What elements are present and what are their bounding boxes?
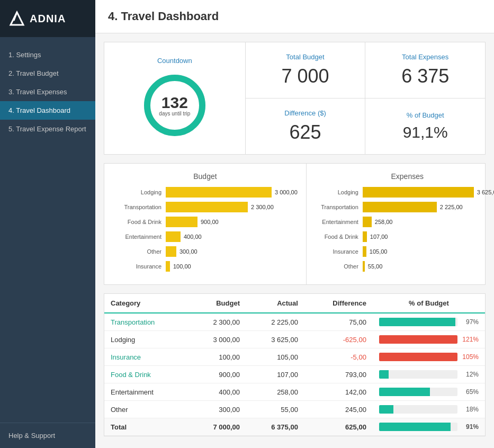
table-row: Lodging 3 000,00 3 625,00 -625,00 121% — [104, 331, 485, 348]
total-expenses-value: 6 375 — [401, 65, 449, 87]
cell-budget: 400,00 — [188, 383, 246, 401]
cell-actual: 55,00 — [246, 401, 304, 418]
data-table: Category Budget Actual Difference % of B… — [104, 294, 485, 436]
budget-chart: Budget Lodging 3 000,00 Transportation — [104, 164, 307, 284]
help-support-link[interactable]: Help & Support — [0, 423, 95, 448]
cell-budget: 900,00 — [188, 366, 246, 383]
countdown-label: Countdown — [157, 57, 192, 65]
cell-difference: 793,00 — [304, 366, 373, 383]
cell-actual-total: 6 375,00 — [246, 418, 304, 436]
cell-pct: 65% — [373, 383, 485, 401]
cell-difference: 75,00 — [304, 313, 373, 331]
kpi-row: Countdown 132 days until trip Total Budg… — [104, 42, 486, 155]
cell-category: Transportation — [104, 313, 188, 331]
pct-budget-label: % of Budget — [407, 111, 444, 119]
logo: ADNIA — [0, 0, 95, 37]
table-row: Insurance 100,00 105,00 -5,00 105% — [104, 348, 485, 366]
table-row: Food & Drink 900,00 107,00 793,00 12% — [104, 366, 485, 383]
col-pct-budget: % of Budget — [373, 294, 485, 313]
cell-difference: -5,00 — [304, 348, 373, 366]
cell-actual: 105,00 — [246, 348, 304, 366]
col-budget: Budget — [188, 294, 246, 313]
total-expenses-card: Total Expenses 6 375 — [365, 42, 485, 98]
bar-row: Lodging 3 000,00 — [113, 187, 298, 198]
budget-chart-title: Budget — [113, 172, 298, 181]
cell-pct: 105% — [373, 348, 485, 366]
table-body: Transportation 2 300,00 2 225,00 75,00 9… — [104, 313, 485, 436]
total-budget-value: 7 000 — [281, 65, 329, 87]
table-row: Other 300,00 55,00 245,00 18% — [104, 401, 485, 418]
cell-difference-total: 625,00 — [304, 418, 373, 436]
total-budget-label: Total Budget — [286, 53, 324, 61]
bar-row: Other 300,00 — [113, 246, 298, 257]
sidebar-nav: 1. Settings 2. Travel Budget 3. Travel E… — [0, 37, 95, 423]
svg-point-3 — [147, 78, 202, 133]
logo-icon — [8, 10, 25, 27]
bar-row: Insurance 100,00 — [113, 261, 298, 272]
expenses-chart: Expenses Lodging 3 625,00 Transportation — [307, 164, 494, 284]
cell-actual: 2 225,00 — [246, 313, 304, 331]
countdown-card: Countdown 132 days until trip — [104, 42, 246, 154]
content-area: Countdown 132 days until trip Total Budg… — [95, 33, 494, 445]
table-row: Transportation 2 300,00 2 225,00 75,00 9… — [104, 313, 485, 331]
sidebar-item-travel-budget[interactable]: 2. Travel Budget — [0, 64, 95, 83]
bar-row: Transportation 2 300,00 — [113, 202, 298, 212]
expenses-bars: Lodging 3 625,00 Transportation 2 225,00 — [315, 187, 494, 272]
cell-category: Insurance — [104, 348, 188, 366]
sidebar-item-travel-expenses[interactable]: 3. Travel Expenses — [0, 83, 95, 101]
logo-text: ADNIA — [30, 13, 66, 25]
sidebar-item-settings[interactable]: 1. Settings — [0, 46, 95, 64]
pct-budget-value: 91,1% — [403, 123, 448, 141]
countdown-donut: 132 days until trip — [140, 71, 209, 140]
difference-label: Difference ($) — [284, 109, 326, 117]
page-title: 4. Travel Dashboard — [95, 0, 494, 33]
col-category: Category — [104, 294, 188, 313]
cell-actual: 258,00 — [246, 383, 304, 401]
cell-pct: 121% — [373, 331, 485, 348]
col-difference: Difference — [304, 294, 373, 313]
total-budget-card: Total Budget 7 000 — [246, 42, 365, 98]
cell-difference: 245,00 — [304, 401, 373, 418]
cell-pct: 97% — [373, 313, 485, 331]
cell-category: Food & Drink — [104, 366, 188, 383]
cell-difference: 142,00 — [304, 383, 373, 401]
sidebar-item-travel-dashboard[interactable]: 4. Travel Dashboard — [0, 101, 95, 120]
cell-category: Lodging — [104, 331, 188, 348]
table-total-row: Total 7 000,00 6 375,00 625,00 91% — [104, 418, 485, 436]
cell-budget-total: 7 000,00 — [188, 418, 246, 436]
cell-actual: 3 625,00 — [246, 331, 304, 348]
sidebar: ADNIA 1. Settings 2. Travel Budget 3. Tr… — [0, 0, 95, 448]
pct-budget-card: % of Budget 91,1% — [365, 98, 485, 154]
bar-row: Entertainment 400,00 — [113, 231, 298, 242]
cell-category: Entertainment — [104, 383, 188, 401]
cell-budget: 3 000,00 — [188, 331, 246, 348]
cell-budget: 300,00 — [188, 401, 246, 418]
cell-budget: 2 300,00 — [188, 313, 246, 331]
bar-row: Food & Drink 900,00 — [113, 217, 298, 227]
bar-row: Lodging 3 625,00 — [315, 187, 494, 198]
bar-row: Other 55,00 — [315, 261, 494, 272]
cell-pct-total: 91% — [373, 418, 485, 436]
col-actual: Actual — [246, 294, 304, 313]
cell-category: Other — [104, 401, 188, 418]
cell-difference: -625,00 — [304, 331, 373, 348]
budget-table: Category Budget Actual Difference % of B… — [104, 293, 486, 436]
difference-value: 625 — [289, 121, 321, 144]
sidebar-item-travel-expense-report[interactable]: 5. Travel Expense Report — [0, 120, 95, 138]
bar-row: Food & Drink 107,00 — [315, 231, 494, 242]
cell-budget: 100,00 — [188, 348, 246, 366]
cell-actual: 107,00 — [246, 366, 304, 383]
cell-pct: 18% — [373, 401, 485, 418]
expenses-chart-title: Expenses — [315, 172, 494, 181]
difference-card: Difference ($) 625 — [246, 98, 365, 154]
main-content: 4. Travel Dashboard Countdown 132 days u… — [95, 0, 494, 448]
bar-row: Entertainment 258,00 — [315, 217, 494, 227]
cell-pct: 12% — [373, 366, 485, 383]
budget-bars: Lodging 3 000,00 Transportation 2 300,00 — [113, 187, 298, 272]
bar-row: Insurance 105,00 — [315, 246, 494, 257]
charts-row: Budget Lodging 3 000,00 Transportation — [104, 163, 486, 285]
bar-row: Transportation 2 225,00 — [315, 202, 494, 212]
total-expenses-label: Total Expenses — [402, 53, 448, 61]
cell-category-total: Total — [104, 418, 188, 436]
table-header-row: Category Budget Actual Difference % of B… — [104, 294, 485, 313]
